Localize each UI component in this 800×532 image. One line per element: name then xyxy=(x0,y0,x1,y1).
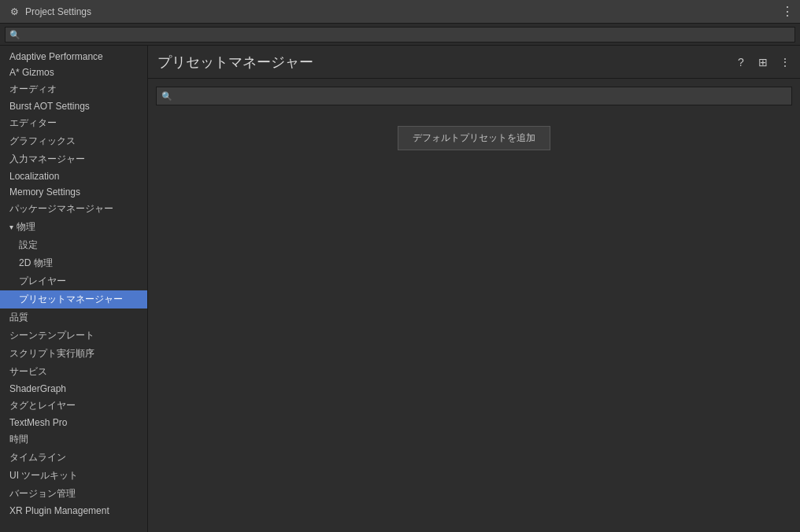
sidebar-item-a-gizmos[interactable]: A* Gizmos xyxy=(0,65,147,80)
content-header-actions: ? ⊞ ⋮ xyxy=(732,54,794,71)
sidebar-item-label: スクリプト実行順序 xyxy=(9,347,94,360)
sidebar-item-label: A* Gizmos xyxy=(9,67,54,78)
help-button[interactable]: ? xyxy=(732,54,750,71)
title-bar: ⚙ Project Settings ⋮ xyxy=(0,0,800,24)
sidebar-item-memory-settings[interactable]: Memory Settings xyxy=(0,184,147,200)
global-search-wrap: 🔍 xyxy=(5,27,795,42)
content-search-icon: 🔍 xyxy=(161,91,172,102)
settings-icon: ⚙ xyxy=(8,6,20,18)
sidebar-item-label: XR Plugin Management xyxy=(9,505,109,516)
sidebar-item-label: ShaderGraph xyxy=(9,383,66,394)
sidebar-item-timeline[interactable]: タイムライン xyxy=(0,449,147,467)
sidebar-item-time[interactable]: 時間 xyxy=(0,430,147,449)
sidebar-item-services[interactable]: サービス xyxy=(0,363,147,381)
sidebar-item-xr-plugin[interactable]: XR Plugin Management xyxy=(0,503,147,519)
sidebar-item-label: シーンテンプレート xyxy=(9,329,94,342)
sidebar-item-burst-aot[interactable]: Burst AOT Settings xyxy=(0,98,147,114)
title-menu-button[interactable]: ⋮ xyxy=(781,6,794,18)
sidebar-item-label: サービス xyxy=(9,365,47,379)
sidebar-item-version-control[interactable]: バージョン管理 xyxy=(0,485,147,503)
global-search-icon: 🔍 xyxy=(9,29,20,39)
global-search-input[interactable] xyxy=(5,27,795,42)
main-layout: Adaptive PerformanceA* GizmosオーディオBurst … xyxy=(0,46,800,532)
sidebar-item-label: オーディオ xyxy=(9,83,57,96)
content-search-bar: 🔍 xyxy=(156,87,792,105)
content-body: 🔍 デフォルトプリセットを追加 xyxy=(148,79,800,532)
content-search-input[interactable] xyxy=(176,91,787,101)
sidebar: Adaptive PerformanceA* GizmosオーディオBurst … xyxy=(0,46,148,532)
sidebar-item-editor[interactable]: エディター xyxy=(0,114,147,132)
global-search-bar: 🔍 xyxy=(0,24,800,46)
sidebar-item-label: エディター xyxy=(9,116,57,130)
sidebar-item-label: UI ツールキット xyxy=(9,469,78,482)
layout-button[interactable]: ⊞ xyxy=(754,54,772,71)
window-title: Project Settings xyxy=(25,6,91,17)
sidebar-item-graphics[interactable]: グラフィックス xyxy=(0,132,147,150)
add-preset-button[interactable]: デフォルトプリセットを追加 xyxy=(398,126,550,150)
sidebar-item-localization[interactable]: Localization xyxy=(0,168,147,184)
sidebar-item-label: グラフィックス xyxy=(9,135,76,148)
content-title: プリセットマネージャー xyxy=(157,53,313,72)
sidebar-item-scene-template[interactable]: シーンテンプレート xyxy=(0,327,147,345)
sidebar-item-adaptive-performance[interactable]: Adaptive Performance xyxy=(0,49,147,65)
sidebar-item-label: Memory Settings xyxy=(9,187,80,198)
sidebar-item-label: Localization xyxy=(9,171,59,182)
sidebar-item-label: Adaptive Performance xyxy=(9,51,103,62)
sidebar-item-package-manager[interactable]: パッケージマネージャー xyxy=(0,200,147,218)
sidebar-item-label: バージョン管理 xyxy=(9,487,76,501)
chevron-icon: ▾ xyxy=(9,223,13,231)
sidebar-item-label: 品質 xyxy=(9,311,28,324)
content-menu-button[interactable]: ⋮ xyxy=(776,54,794,71)
sidebar-item-ui-toolkit[interactable]: UI ツールキット xyxy=(0,467,147,485)
sidebar-item-player[interactable]: プレイヤー xyxy=(0,272,147,290)
sidebar-item-textmesh-pro[interactable]: TextMesh Pro xyxy=(0,415,147,430)
sidebar-item-shader-graph[interactable]: ShaderGraph xyxy=(0,381,147,397)
sidebar-item-physics[interactable]: ▾物理 xyxy=(0,218,147,236)
sidebar-item-label: 設定 xyxy=(19,238,38,252)
sidebar-item-quality[interactable]: 品質 xyxy=(0,308,147,327)
sidebar-item-label: 入力マネージャー xyxy=(9,153,85,166)
sidebar-item-physics-2d[interactable]: 2D 物理 xyxy=(0,254,147,272)
sidebar-item-script-exec-order[interactable]: スクリプト実行順序 xyxy=(0,345,147,363)
sidebar-item-label: プレイヤー xyxy=(19,275,66,288)
sidebar-item-input-manager[interactable]: 入力マネージャー xyxy=(0,150,147,168)
sidebar-item-label: 2D 物理 xyxy=(19,257,53,270)
sidebar-item-audio[interactable]: オーディオ xyxy=(0,80,147,98)
sidebar-item-label: Burst AOT Settings xyxy=(9,101,90,112)
sidebar-item-label: プリセットマネージャー xyxy=(19,293,123,306)
content-panel: プリセットマネージャー ? ⊞ ⋮ 🔍 デフォルトプリセットを追加 xyxy=(148,46,800,532)
sidebar-item-tags-layers[interactable]: タグとレイヤー xyxy=(0,397,147,415)
sidebar-item-label: タグとレイヤー xyxy=(9,399,76,412)
sidebar-item-settings[interactable]: 設定 xyxy=(0,236,147,254)
sidebar-item-label: 時間 xyxy=(9,433,28,446)
sidebar-item-label: タイムライン xyxy=(9,451,66,464)
sidebar-item-preset-manager[interactable]: プリセットマネージャー xyxy=(0,290,147,308)
sidebar-item-label: TextMesh Pro xyxy=(9,417,67,428)
sidebar-item-label: パッケージマネージャー xyxy=(9,202,113,216)
sidebar-item-label: 物理 xyxy=(17,220,35,234)
content-header: プリセットマネージャー ? ⊞ ⋮ xyxy=(148,46,800,79)
